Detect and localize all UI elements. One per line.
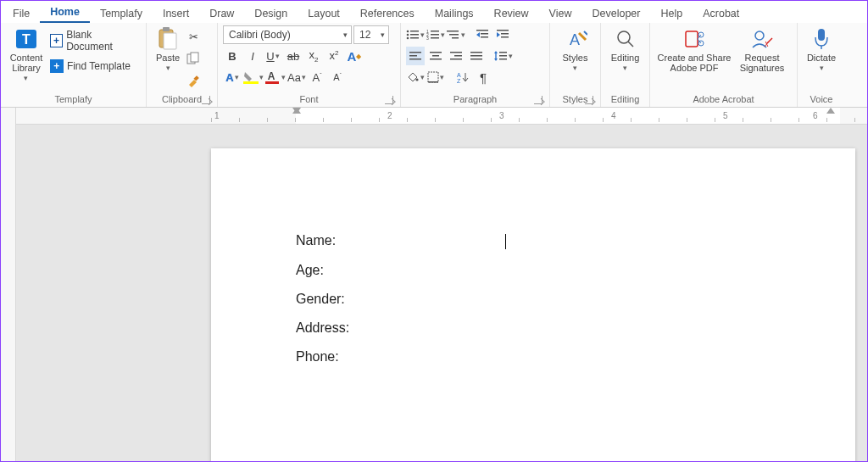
borders-button[interactable]: ▾ (426, 68, 445, 86)
justify-button[interactable] (467, 47, 486, 65)
dialog-launcher-icon[interactable] (385, 96, 393, 104)
increase-indent-button[interactable] (494, 25, 513, 44)
pdf-share-icon (682, 27, 706, 51)
dialog-launcher-icon[interactable] (585, 96, 593, 104)
bold-button[interactable]: B (223, 47, 242, 65)
chevron-down-icon: ▾ (343, 31, 348, 39)
paste-label: Paste (156, 53, 180, 63)
ruler-num: 3 (499, 111, 504, 120)
grow-font-button[interactable]: Aˆ (308, 68, 326, 86)
indent-marker-bottom-icon[interactable] (292, 108, 301, 114)
tab-developer[interactable]: Developer (581, 3, 650, 23)
align-center-button[interactable] (426, 47, 445, 65)
underline-button[interactable]: U▾ (264, 47, 282, 65)
blank-document-button[interactable]: + Blank Document (47, 27, 141, 54)
char-shading-button[interactable]: A▾ (223, 68, 242, 86)
tab-home[interactable]: Home (40, 2, 90, 23)
highlight-button[interactable]: ▾ (243, 68, 264, 86)
cut-button[interactable]: ✂ (184, 27, 203, 46)
svg-text:T: T (22, 32, 31, 47)
tab-file[interactable]: File (3, 3, 40, 23)
dictate-button[interactable]: Dictate ▾ (803, 25, 840, 71)
doc-line[interactable]: Name: (296, 233, 771, 249)
svg-rect-14 (410, 34, 419, 36)
paste-button[interactable]: Paste ▾ (152, 25, 184, 71)
tab-design[interactable]: Design (244, 3, 298, 23)
shading-button[interactable]: ▾ (406, 68, 425, 86)
chevron-down-icon: ▾ (509, 53, 513, 59)
subscript-button[interactable]: x2 (304, 47, 323, 65)
page[interactable]: Name: Age: Gender: Address: Phone: (211, 148, 855, 461)
tab-review[interactable]: Review (484, 3, 539, 23)
create-pdf-button[interactable]: Create and Share Adobe PDF (655, 25, 733, 73)
right-indent-marker-icon[interactable] (826, 108, 835, 114)
group-voice: Dictate ▾ Voice (798, 23, 845, 107)
tab-help[interactable]: Help (650, 3, 693, 23)
font-name-select[interactable]: Calibri (Body)▾ (223, 25, 352, 44)
svg-text:x: x (764, 39, 770, 48)
chevron-down-icon: ▾ (820, 64, 824, 71)
doc-line[interactable]: Gender: (296, 292, 771, 307)
request-signatures-button[interactable]: x Request Signatures (733, 25, 791, 73)
multilevel-button[interactable]: ▾ (447, 25, 465, 44)
document-canvas[interactable]: Name: Age: Gender: Address: Phone: (16, 125, 867, 461)
tab-references[interactable]: References (350, 3, 425, 23)
tab-templafy[interactable]: Templafy (90, 3, 153, 23)
strikethrough-button[interactable]: ab (284, 47, 303, 65)
content-library-button[interactable]: T Content Library ▾ (6, 25, 47, 81)
shrink-font-button[interactable]: Aˇ (328, 68, 347, 86)
svg-rect-32 (409, 52, 421, 53)
effects-icon: A (348, 49, 357, 64)
format-painter-button[interactable] (184, 71, 203, 90)
editing-button[interactable]: Editing ▾ (606, 25, 644, 71)
find-template-button[interactable]: + Find Template (47, 58, 141, 75)
dialog-launcher-icon[interactable] (534, 96, 542, 104)
search-icon (614, 27, 637, 51)
svg-point-48 (415, 78, 418, 81)
tab-acrobat[interactable]: Acrobat (693, 3, 749, 23)
italic-button[interactable]: I (243, 47, 262, 65)
dialog-launcher-icon[interactable] (202, 96, 210, 104)
group-paragraph: ▾ 123▾ ▾ ▾ ▾ ▾ AZ ¶ (401, 23, 550, 107)
tab-draw[interactable]: Draw (199, 3, 244, 23)
sort-button[interactable]: AZ (453, 68, 472, 86)
change-case-button[interactable]: Aa▾ (287, 68, 306, 86)
svg-rect-25 (452, 37, 459, 39)
shrink-font-icon: Aˇ (333, 72, 341, 82)
tab-insert[interactable]: Insert (153, 3, 199, 23)
svg-rect-27 (481, 33, 488, 35)
numbering-button[interactable]: 123▾ (426, 25, 445, 44)
chevron-down-icon: ▾ (440, 74, 444, 81)
pilcrow-icon: ¶ (480, 70, 487, 85)
styles-button[interactable]: A Styles ▾ (555, 25, 595, 71)
doc-line[interactable]: Age: (296, 263, 771, 278)
tab-mailings[interactable]: Mailings (425, 3, 484, 23)
ruler-num: 6 (813, 111, 818, 120)
svg-rect-24 (449, 34, 459, 36)
brush-icon (186, 74, 200, 87)
svg-text:Z: Z (457, 78, 461, 83)
decrease-indent-button[interactable] (474, 25, 492, 44)
chevron-down-icon: ▾ (441, 31, 445, 38)
tab-layout[interactable]: Layout (298, 3, 350, 23)
show-marks-button[interactable]: ¶ (474, 68, 492, 86)
chevron-down-icon: ▾ (420, 74, 425, 81)
text-effects-button[interactable]: A◆ (345, 47, 364, 65)
doc-line[interactable]: Address: (296, 320, 771, 336)
group-label-editing: Editing (606, 92, 644, 107)
superscript-button[interactable]: x2 (325, 47, 343, 65)
align-left-button[interactable] (406, 47, 425, 65)
document-t-icon: T (14, 27, 38, 51)
chevron-down-icon: ▾ (461, 31, 465, 38)
copy-button[interactable] (184, 49, 203, 68)
align-right-button[interactable] (447, 47, 465, 65)
svg-rect-38 (450, 52, 462, 53)
svg-rect-46 (499, 55, 507, 57)
bullets-button[interactable]: ▾ (406, 25, 425, 44)
font-size-select[interactable]: 12▾ (353, 25, 389, 44)
font-color-button[interactable]: A▾ (265, 68, 286, 86)
doc-line[interactable]: Phone: (296, 349, 771, 365)
line-spacing-button[interactable]: ▾ (494, 47, 513, 65)
tab-view[interactable]: View (539, 3, 582, 23)
svg-rect-35 (430, 52, 442, 53)
